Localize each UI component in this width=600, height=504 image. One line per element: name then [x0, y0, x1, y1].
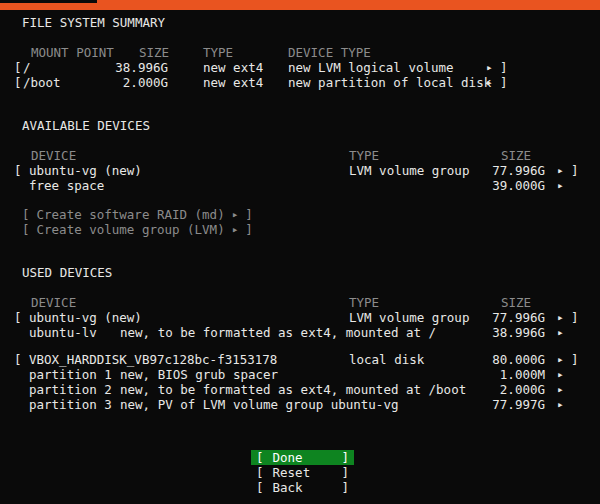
used-column-headers: DEVICE TYPE SIZE [0, 295, 600, 310]
footer-buttons: [ Done ] [ Reset ] [ Back ] [251, 450, 354, 495]
bracket-left: [ [22, 222, 30, 237]
fs-row-boot[interactable]: [ /boot 2.000G new ext4 new partition of… [0, 75, 600, 90]
size-value: 80.000G [492, 352, 545, 367]
row-arrow-icon: ▸ [557, 325, 564, 340]
bracket-left: [ [256, 450, 264, 465]
row-arrow-icon: ▸ [557, 163, 564, 178]
back-button[interactable]: [ Back ] [251, 480, 354, 495]
reset-button-label: Reset [273, 465, 311, 480]
size-value: 38.996G [115, 60, 168, 75]
bracket-left: [ [14, 310, 22, 325]
bracket-right: ] [571, 310, 579, 325]
device-name: VBOX_HARDDISK_VB97c128bc-f3153178 [29, 352, 277, 367]
bracket-right: ] [500, 60, 508, 75]
size-value: 2.000G [123, 75, 168, 90]
bracket-left: [ [14, 163, 22, 178]
device-type-value: LVM volume group [349, 310, 469, 325]
bracket-right: ] [245, 222, 253, 237]
type-value: new ext4 [203, 60, 263, 75]
device-row-partition-2[interactable]: partition 2 new, to be formatted as ext4… [0, 382, 600, 397]
col-mount-point: MOUNT POINT [31, 45, 114, 60]
row-arrow-icon: ▸ [557, 382, 564, 397]
device-row-free-space[interactable]: free space 39.000G ▸ [0, 178, 600, 193]
size-value: 2.000G [500, 382, 545, 397]
bracket-left: [ [22, 207, 30, 222]
section-title-text: FILE SYSTEM SUMMARY [22, 15, 165, 30]
bracket-right: ] [571, 163, 579, 178]
section-title-available: AVAILABLE DEVICES [0, 118, 600, 133]
device-name: ubuntu-vg (new) [29, 310, 142, 325]
bracket-left: [ [256, 465, 264, 480]
bracket-left: [ [14, 352, 22, 367]
bracket-right: ] [341, 480, 349, 495]
bracket-right: ] [500, 75, 508, 90]
device-name: partition 3 [29, 397, 112, 412]
row-arrow-icon: ▸ [486, 75, 493, 90]
device-type-value: new partition of local disk [288, 75, 491, 90]
reset-button[interactable]: [ Reset ] [251, 465, 354, 480]
row-arrow-icon: ▸ [557, 367, 564, 382]
col-size: SIZE [139, 45, 169, 60]
bracket-right: ] [571, 352, 579, 367]
device-name: free space [29, 178, 104, 193]
col-type: TYPE [349, 148, 379, 163]
col-type: TYPE [349, 295, 379, 310]
menu-arrow-icon: ▸ [232, 207, 239, 222]
fs-row-root[interactable]: [ / 38.996G new ext4 new LVM logical vol… [0, 60, 600, 75]
device-row-partition-3[interactable]: partition 3 new, PV of LVM volume group … [0, 397, 600, 412]
done-button-label: Done [273, 450, 303, 465]
size-value: 38.996G [492, 325, 545, 340]
bracket-right: ] [245, 207, 253, 222]
device-desc: new, to be formatted as ext4, mounted at… [120, 325, 436, 340]
device-row-vbox-disk[interactable]: [ VBOX_HARDDISK_VB97c128bc-f3153178 loca… [0, 352, 600, 367]
size-value: 77.996G [492, 310, 545, 325]
section-title-filesystem: FILE SYSTEM SUMMARY [0, 15, 600, 30]
row-arrow-icon: ▸ [557, 397, 564, 412]
device-desc: new, PV of LVM volume group ubuntu-vg [120, 397, 398, 412]
col-device-type: DEVICE TYPE [288, 45, 371, 60]
section-title-text: AVAILABLE DEVICES [22, 118, 150, 133]
device-name: ubuntu-lv [29, 325, 97, 340]
device-name: partition 1 [29, 367, 112, 382]
bracket-left: [ [14, 75, 22, 90]
device-type-value: local disk [349, 352, 424, 367]
available-column-headers: DEVICE TYPE SIZE [0, 148, 600, 163]
bracket-right: ] [341, 465, 349, 480]
device-name: partition 2 [29, 382, 112, 397]
col-size: SIZE [501, 148, 531, 163]
fs-column-headers: MOUNT POINT SIZE TYPE DEVICE TYPE [0, 45, 600, 60]
section-title-used: USED DEVICES [0, 265, 600, 280]
top-orange-bar [0, 0, 600, 10]
device-type-value: new LVM logical volume [288, 60, 454, 75]
create-vg-button[interactable]: [ Create volume group (LVM) ▸ ] [22, 222, 253, 237]
create-raid-label: Create software RAID (md) [37, 207, 225, 222]
create-raid-button[interactable]: [ Create software RAID (md) ▸ ] [22, 207, 253, 222]
size-value: 1.000M [500, 367, 545, 382]
row-arrow-icon: ▸ [486, 60, 493, 75]
row-arrow-icon: ▸ [557, 178, 564, 193]
row-arrow-icon: ▸ [557, 352, 564, 367]
device-type-value: LVM volume group [349, 163, 469, 178]
size-value: 39.000G [492, 178, 545, 193]
col-size: SIZE [501, 295, 531, 310]
mount-point-value: /boot [23, 75, 61, 90]
device-row-ubuntu-lv[interactable]: ubuntu-lv new, to be formatted as ext4, … [0, 325, 600, 340]
create-vg-label: Create volume group (LVM) [37, 222, 225, 237]
size-value: 77.997G [492, 397, 545, 412]
done-button[interactable]: [ Done ] [251, 450, 354, 465]
device-row-ubuntu-vg-used[interactable]: [ ubuntu-vg (new) LVM volume group 77.99… [0, 310, 600, 325]
col-type: TYPE [203, 45, 233, 60]
col-device: DEVICE [31, 148, 76, 163]
bracket-right: ] [341, 450, 349, 465]
back-button-label: Back [273, 480, 303, 495]
size-value: 77.996G [492, 163, 545, 178]
top-bar-notch [0, 0, 97, 3]
device-desc: new, BIOS grub spacer [120, 367, 278, 382]
device-row-partition-1[interactable]: partition 1 new, BIOS grub spacer 1.000M… [0, 367, 600, 382]
bracket-left: [ [256, 480, 264, 495]
device-row-ubuntu-vg[interactable]: [ ubuntu-vg (new) LVM volume group 77.99… [0, 163, 600, 178]
menu-arrow-icon: ▸ [232, 222, 239, 237]
device-desc: new, to be formatted as ext4, mounted at… [120, 382, 466, 397]
mount-point-value: / [23, 60, 31, 75]
col-device: DEVICE [31, 295, 76, 310]
